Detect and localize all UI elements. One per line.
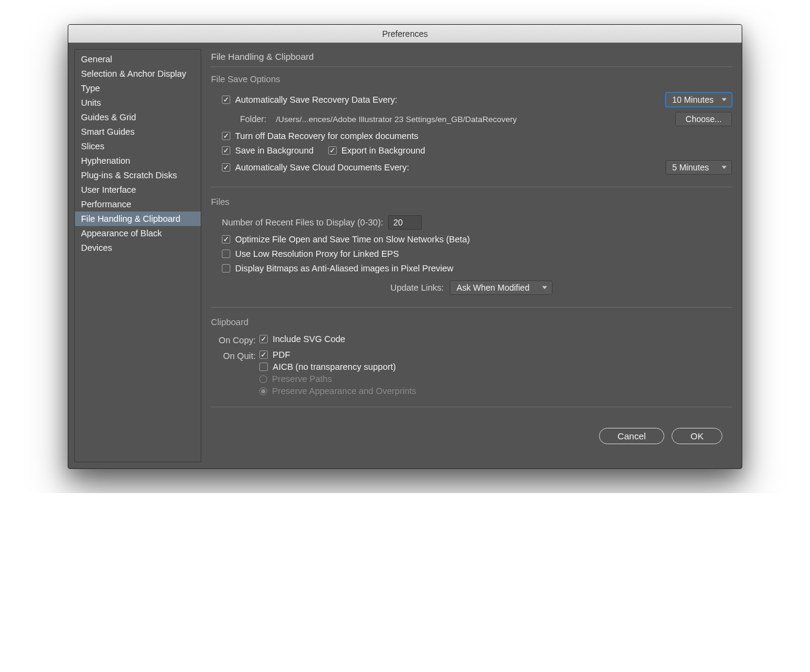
checkbox-export-background[interactable] xyxy=(328,146,337,155)
section-title-files: Files xyxy=(211,197,732,207)
checkbox-turnoff-complex[interactable] xyxy=(222,132,230,140)
label-preserve-paths: Preserve Paths xyxy=(272,374,332,384)
row-update-links: Update Links: Ask When Modified xyxy=(211,276,732,297)
choose-button[interactable]: Choose... xyxy=(675,112,732,126)
folder-path: /Users/...ences/Adobe Illustrator 23 Set… xyxy=(276,115,517,124)
sidebar-item-units[interactable]: Units xyxy=(75,95,201,110)
label-auto-save-recovery: Automatically Save Recovery Data Every: xyxy=(235,95,397,105)
radio-preserve-paths xyxy=(259,375,267,383)
sidebar-item-hyphenation[interactable]: Hyphenation xyxy=(75,153,201,168)
label-auto-save-cloud: Automatically Save Cloud Documents Every… xyxy=(235,163,409,172)
row-auto-save-recovery: Automatically Save Recovery Data Every: … xyxy=(211,90,732,109)
section-title-clipboard: Clipboard xyxy=(211,317,732,327)
row-pdf: PDF xyxy=(259,349,732,361)
checkbox-optimize-slow[interactable] xyxy=(222,235,230,244)
label-preserve-appearance: Preserve Appearance and Overprints xyxy=(272,386,416,396)
sidebar-item-user-interface[interactable]: User Interface xyxy=(75,183,201,197)
label-turnoff-complex: Turn off Data Recovery for complex docum… xyxy=(235,131,418,141)
section-file-save: File Save Options Automatically Save Rec… xyxy=(211,74,732,187)
checkbox-antialiased[interactable] xyxy=(222,264,230,273)
section-files: Files Number of Recent Files to Display … xyxy=(211,197,732,308)
label-on-quit: On Quit: xyxy=(211,349,259,361)
sidebar-item-type[interactable]: Type xyxy=(75,81,201,95)
label-recent-files: Number of Recent Files to Display (0-30)… xyxy=(222,218,383,227)
sidebar-item-general[interactable]: General xyxy=(75,52,201,66)
row-aicb: AICB (no transparency support) xyxy=(259,361,732,373)
row-lowres-eps: Use Low Resolution Proxy for Linked EPS xyxy=(211,247,732,261)
radio-preserve-appearance xyxy=(259,387,267,395)
select-update-links[interactable]: Ask When Modified xyxy=(450,280,552,295)
row-turnoff-complex: Turn off Data Recovery for complex docum… xyxy=(211,129,732,143)
checkbox-lowres-eps[interactable] xyxy=(222,250,230,258)
sidebar: General Selection & Anchor Display Type … xyxy=(74,49,201,462)
sidebar-item-slices[interactable]: Slices xyxy=(75,139,201,153)
row-antialiased: Display Bitmaps as Anti-Aliased images i… xyxy=(211,261,732,276)
sidebar-item-appearance-black[interactable]: Appearance of Black xyxy=(75,226,201,241)
row-recent-files: Number of Recent Files to Display (0-30)… xyxy=(211,213,732,232)
page-title: File Handling & Clipboard xyxy=(211,49,732,67)
select-cloud-interval[interactable]: 5 Minutes xyxy=(666,160,732,175)
row-background: Save in Background Export in Background xyxy=(211,143,732,158)
checkbox-save-background[interactable] xyxy=(222,146,230,155)
row-preserve-appearance: Preserve Appearance and Overprints xyxy=(259,385,732,397)
label-export-background: Export in Background xyxy=(342,146,426,155)
row-preserve-paths: Preserve Paths xyxy=(259,373,732,385)
sidebar-item-devices[interactable]: Devices xyxy=(75,241,201,255)
sidebar-item-guides-grid[interactable]: Guides & Grid xyxy=(75,110,201,124)
checkbox-include-svg[interactable] xyxy=(259,335,268,343)
label-include-svg: Include SVG Code xyxy=(273,334,345,344)
row-auto-save-cloud: Automatically Save Cloud Documents Every… xyxy=(211,158,732,177)
input-recent-files[interactable] xyxy=(388,215,422,230)
cancel-button[interactable]: Cancel xyxy=(599,428,665,444)
checkbox-auto-save-cloud[interactable] xyxy=(222,163,230,172)
preferences-window: Preferences General Selection & Anchor D… xyxy=(68,24,742,469)
sidebar-item-performance[interactable]: Performance xyxy=(75,197,201,212)
label-folder: Folder: xyxy=(240,114,267,124)
checkbox-auto-save-recovery[interactable] xyxy=(222,95,230,104)
window-title: Preferences xyxy=(382,29,427,39)
ok-button[interactable]: OK xyxy=(672,428,722,444)
sidebar-item-file-handling[interactable]: File Handling & Clipboard xyxy=(75,212,201,226)
label-lowres-eps: Use Low Resolution Proxy for Linked EPS xyxy=(235,249,399,259)
section-title-file-save: File Save Options xyxy=(211,74,732,84)
chevron-down-icon xyxy=(722,166,727,169)
footer: Cancel OK xyxy=(211,417,732,456)
dialog-body: General Selection & Anchor Display Type … xyxy=(68,43,742,468)
row-include-svg: Include SVG Code xyxy=(259,333,732,345)
label-on-copy: On Copy: xyxy=(211,333,259,345)
checkbox-aicb[interactable] xyxy=(259,363,268,371)
chevron-down-icon xyxy=(722,99,727,102)
label-pdf: PDF xyxy=(273,350,290,360)
label-antialiased: Display Bitmaps as Anti-Aliased images i… xyxy=(235,263,453,273)
titlebar: Preferences xyxy=(68,25,742,43)
main-panel: File Handling & Clipboard File Save Opti… xyxy=(207,49,736,462)
sidebar-item-selection[interactable]: Selection & Anchor Display xyxy=(75,66,201,81)
row-folder: Folder: /Users/...ences/Adobe Illustrato… xyxy=(211,109,732,129)
label-optimize-slow: Optimize File Open and Save Time on Slow… xyxy=(235,234,470,244)
label-save-background: Save in Background xyxy=(235,146,314,155)
clipboard-grid: On Copy: Include SVG Code On Quit: PDF xyxy=(211,333,732,397)
select-recovery-interval[interactable]: 10 Minutes xyxy=(666,92,732,107)
row-optimize-slow: Optimize File Open and Save Time on Slow… xyxy=(211,232,732,247)
label-update-links: Update Links: xyxy=(390,283,444,292)
checkbox-pdf[interactable] xyxy=(259,351,268,359)
sidebar-item-plugins[interactable]: Plug-ins & Scratch Disks xyxy=(75,168,201,183)
chevron-down-icon xyxy=(542,286,547,289)
section-clipboard: Clipboard On Copy: Include SVG Code On Q… xyxy=(211,317,732,407)
sidebar-item-smart-guides[interactable]: Smart Guides xyxy=(75,124,201,139)
label-aicb: AICB (no transparency support) xyxy=(273,362,396,372)
